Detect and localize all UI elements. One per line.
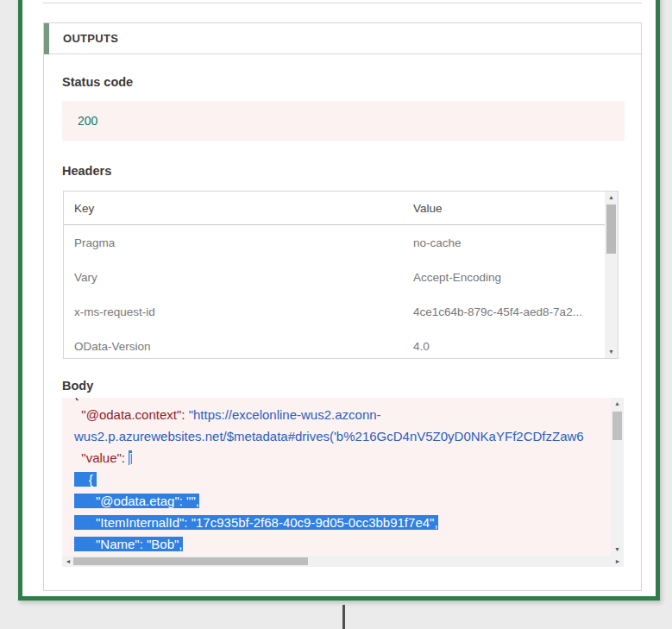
body-hscrollbar-thumb[interactable]	[73, 557, 308, 565]
scroll-down-icon[interactable]: ▼	[605, 347, 618, 357]
outputs-title: OUTPUTS	[63, 23, 118, 54]
flow-connector-line	[342, 605, 345, 629]
json-line: {	[74, 398, 584, 404]
body-viewer: { "@odata.context": "https://excelonline…	[62, 398, 624, 567]
body-label: Body	[62, 379, 93, 393]
header-key-cell: x-ms-request-id	[74, 296, 155, 329]
json-line: "@odata.etag": "",	[74, 490, 584, 512]
body-horizontal-scrollbar[interactable]: ◄ ►	[62, 556, 624, 567]
status-code-box: 200	[62, 101, 625, 141]
header-key-cell: Vary	[74, 261, 97, 294]
header-value-cell: no-cache	[413, 227, 462, 260]
table-row: OData-Version4.0	[64, 330, 605, 359]
body-json-code[interactable]: { "@odata.context": "https://excelonline…	[74, 398, 584, 555]
outputs-header: OUTPUTS	[44, 23, 641, 54]
column-header-key: Key	[74, 192, 94, 225]
headers-table-scrollbar[interactable]: ▲ ▼	[605, 192, 618, 358]
table-row: VaryAccept-Encoding	[64, 261, 605, 294]
json-line: wus2.p.azurewebsites.net/$metadata#drive…	[74, 425, 584, 447]
status-code-value: 200	[78, 101, 97, 141]
header-key-cell: OData-Version	[74, 330, 151, 359]
headers-label: Headers	[62, 164, 111, 178]
outputs-section: OUTPUTS Status code 200 Headers Key Valu…	[43, 22, 642, 591]
header-value-cell: 4ce1c64b-879c-45f4-aed8-7a2...	[413, 296, 582, 329]
json-line: {	[74, 469, 584, 490]
json-line: "ItemInternalId": "17c935bf-2f68-40c9-9d…	[74, 512, 584, 533]
body-vertical-scrollbar[interactable]: ▲ ▼	[611, 398, 624, 556]
body-vscrollbar-thumb[interactable]	[612, 412, 622, 440]
header-value-cell: Accept-Encoding	[413, 261, 501, 294]
json-line: "@odata.context": "https://excelonline-w…	[74, 404, 584, 425]
scroll-left-icon[interactable]: ◄	[63, 556, 73, 567]
action-details-card: OUTPUTS Status code 200 Headers Key Valu…	[18, 0, 660, 601]
scroll-up-icon[interactable]: ▲	[611, 399, 624, 409]
headers-table: Key Value Pragmano-cacheVaryAccept-Encod…	[63, 191, 619, 359]
headers-scrollbar-thumb[interactable]	[606, 204, 616, 254]
scroll-right-icon[interactable]: ►	[612, 556, 623, 567]
header-key-cell: Pragma	[74, 227, 115, 260]
scroll-up-icon[interactable]: ▲	[605, 192, 618, 203]
header-value-cell: 4.0	[413, 330, 430, 359]
previous-section-edge	[43, 0, 642, 3]
table-row: Pragmano-cache	[64, 227, 605, 260]
json-line: "value": [	[74, 447, 584, 469]
scroll-down-icon[interactable]: ▼	[611, 544, 624, 555]
outputs-accent-bar	[44, 23, 49, 54]
table-row: x-ms-request-id4ce1c64b-879c-45f4-aed8-7…	[64, 296, 605, 329]
body-json-content[interactable]: { "@odata.context": "https://excelonline…	[62, 398, 611, 556]
headers-table-header: Key Value	[64, 192, 605, 225]
column-header-value: Value	[413, 192, 443, 225]
status-code-label: Status code	[62, 75, 133, 89]
json-line: "Name": "Bob",	[74, 533, 584, 555]
